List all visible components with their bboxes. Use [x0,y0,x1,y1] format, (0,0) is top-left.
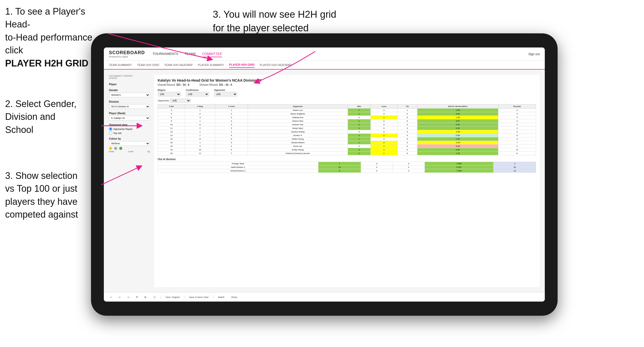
logo-text: SCOREBOARD [109,50,145,55]
radio-opponents-played-input[interactable] [109,127,112,131]
gender-label: Gender [109,89,150,92]
region-select[interactable]: (All) [158,92,181,97]
subnav-team-h2h-heatmap[interactable]: TEAM H2H HEATMAP [164,62,193,68]
sign-out[interactable]: Sign out [528,52,540,56]
colour-dot-up [119,147,122,150]
subnav-player-h2h-grid[interactable]: PLAYER H2H GRID [229,62,255,68]
overall-record: Overall Record: 353 - 34 - 6 [158,83,189,86]
paste-btn[interactable]: ⊞ [142,295,148,299]
undo-btn[interactable]: ↩ [108,295,114,299]
undo2-btn[interactable]: ↩ [117,295,123,299]
nav-links: TOURNAMENTS TEAMS COMMITTEE [153,51,528,57]
th-loss: Loss [370,104,397,109]
th-reg: # Reg [185,104,215,109]
bottom-toolbar: ↩ ↩ ↪ ⧉ ⊞ 🕐 View: Original Save Custom V… [104,292,545,302]
out-of-division-table: Foreign Team1004.5002NAIA Division 11500… [158,162,536,173]
colour-select[interactable]: Win/loss [109,141,150,146]
toolbar-sep3 [213,295,213,299]
radio-top100: Top 100 [109,131,150,135]
nav-tournaments[interactable]: TOURNAMENTS [153,51,178,57]
redo-btn[interactable]: ↪ [125,295,132,299]
sub-nav: TEAM SUMMARY TEAM H2H GRID TEAM H2H HEAT… [104,61,545,70]
watch-btn[interactable]: Watch [216,295,226,299]
save-custom-btn[interactable]: Save Custom View [187,295,210,299]
record-line: Overall Record: 353 - 34 - 6 Division Re… [158,83,536,86]
colour-legend [109,147,150,150]
colour-dot-down [109,147,112,150]
player-section: Player [109,83,150,86]
th-conf: # Conf [215,104,248,109]
subnav-team-summary[interactable]: TEAM SUMMARY [109,62,132,68]
th-diff: Diff Av Strokes/Rnd [417,104,498,109]
player-rank-select[interactable]: 8. Katelyn Vo [109,116,150,120]
colour-section: Colour by Win/loss Down Level Up [109,137,150,153]
toolbar-sep [160,295,161,299]
player-rank-label: Player (Rank) [109,112,150,115]
out-of-division-header: Out of division [158,158,536,161]
player-label: Player [109,83,150,86]
th-opponent: Opponent [248,104,348,109]
opponent-select[interactable]: (All) [214,92,237,97]
instruction-step3-right: 3. You will now see H2H grid for the pla… [213,8,367,35]
th-rounds: Rounds [498,104,536,109]
nav-teams[interactable]: TEAMS [184,51,196,57]
instruction-step2: 2. Select Gender, Division and School [5,98,103,136]
opponents-all-select[interactable]: (All) [170,99,191,103]
conference-select[interactable]: (All) [186,92,209,97]
h2h-title: Katelyn Vo Head-to-Head Grid for Women's… [158,78,536,82]
subnav-player-h2h-heatmap[interactable]: PLAYER H2H HEATMAP [260,62,291,68]
filter-row: Region (All) Conference (All) Opponent [158,89,536,97]
division-select[interactable]: NCAA Division III NCAA Division I [109,104,150,109]
gender-select[interactable]: Women's Men's [109,93,150,97]
nav-bar: SCOREBOARD Powered by clippd TOURNAMENTS… [104,47,545,61]
logo-area: SCOREBOARD Powered by clippd [109,50,145,58]
division-record: Division Record: 331 - 34 - 6 [199,83,232,86]
last-updated: Last Updated: 27/03/2024 16:55:38 [109,75,150,79]
clock-btn[interactable]: 🕐 [151,295,158,299]
left-panel: Last Updated: 27/03/2024 16:55:38 Player… [109,75,150,287]
right-panel: Katelyn Vo Head-to-Head Grid for Women's… [154,75,540,287]
division-label: Division [109,100,150,103]
radio-top100-input[interactable] [109,131,112,135]
main-content: Last Updated: 27/03/2024 16:55:38 Player… [104,70,545,292]
subnav-team-h2h-grid[interactable]: TEAM H2H GRID [137,62,159,68]
tablet-screen: SCOREBOARD Powered by clippd TOURNAMENTS… [104,47,545,302]
region-filter-group: Region (All) [158,89,181,97]
player-rank-section: Player (Rank) 8. Katelyn Vo [109,112,150,120]
opponent-view-section: Opponent view Opponents Played Top 100 [109,123,150,135]
toolbar-sep2 [184,295,184,299]
view-original-btn[interactable]: View: Original [163,295,182,299]
nav-committee[interactable]: COMMITTEE [202,51,222,57]
gender-section: Gender Women's Men's [109,89,150,97]
opponents-label: Opponents: (All) [158,99,536,103]
opponent-filter-group: Opponent (All) [214,89,237,97]
subnav-player-summary[interactable]: PLAYER SUMMARY [198,62,224,68]
opponent-view-label: Opponent view [109,123,150,126]
colour-label: Colour by [109,137,150,140]
th-tie: Tie [397,104,417,109]
th-div: # Div [158,104,185,109]
division-section: Division NCAA Division III NCAA Division… [109,100,150,109]
h2h-table: # Div # Reg # Conf Opponent Win Loss Tie… [158,104,536,155]
copy-btn[interactable]: ⧉ [134,295,140,299]
colour-dot-level [114,147,117,150]
th-win: Win [348,104,370,109]
colour-legend-labels: Down Level Up [109,150,150,153]
conference-filter-group: Conference (All) [186,89,209,97]
tablet-frame: SCOREBOARD Powered by clippd TOURNAMENTS… [91,33,558,316]
logo-sub: Powered by clippd [109,55,145,58]
radio-opponents-played: Opponents Played [109,127,150,131]
share-btn[interactable]: Share [229,295,239,299]
